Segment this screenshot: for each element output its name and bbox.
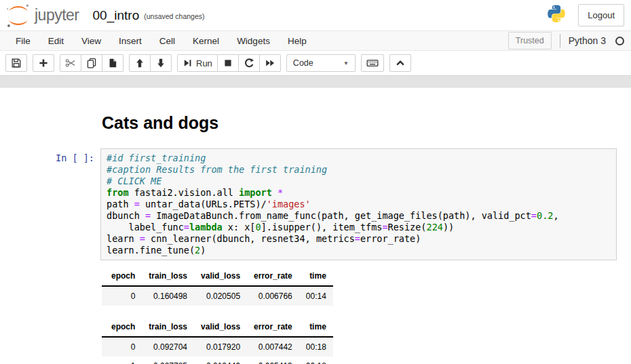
caret-down-icon: ▼	[343, 60, 349, 66]
table-cell: 0.160498	[142, 286, 194, 306]
menu-item-help[interactable]: Help	[279, 36, 316, 46]
table-cell: 00:14	[299, 286, 333, 306]
cell-prompt: In [ ]:	[0, 148, 100, 260]
cell-type-value: Code	[293, 58, 313, 68]
save-button[interactable]	[5, 54, 27, 72]
menu-item-view[interactable]: View	[73, 36, 110, 46]
table-row: 00.0927040.0179200.00744200:18	[102, 337, 333, 357]
code-line: dbunch = ImageDataBunch.from_name_func(p…	[107, 210, 611, 222]
table-cell: 0.012449	[194, 357, 247, 364]
column-header: time	[299, 268, 333, 286]
table-cell: 0.006766	[247, 286, 299, 306]
column-header: train_loss	[142, 319, 194, 337]
code-line: learn.fine_tune(2)	[107, 245, 611, 256]
fast-forward-icon	[265, 58, 275, 68]
scroll-up-button[interactable]	[389, 54, 411, 72]
table-cell: 0.027785	[142, 357, 194, 364]
save-icon	[11, 58, 22, 68]
training-table-1: epochtrain_lossvalid_losserror_ratetime0…	[102, 268, 333, 306]
code-line: learn = cnn_learner(dbunch, resnet34, me…	[107, 233, 611, 245]
run-button[interactable]: Run	[177, 54, 218, 72]
menu-item-file[interactable]: File	[7, 36, 39, 46]
code-line: from fastai2.vision.all import *	[107, 187, 611, 199]
menu-item-kernel[interactable]: Kernel	[184, 36, 228, 46]
paste-button[interactable]	[102, 54, 123, 72]
plus-icon	[38, 58, 49, 68]
code-area[interactable]: #id first_training#caption Results from …	[100, 148, 617, 260]
stop-icon	[223, 58, 233, 68]
notebook-area: Cats and dogs In [ ]: #id first_training…	[0, 88, 631, 364]
cell-outputs: epochtrain_lossvalid_losserror_ratetime0…	[102, 268, 631, 364]
menubar: FileEditViewInsertCellKernelWidgetsHelp …	[0, 31, 631, 51]
code-line: #id first_training	[107, 153, 611, 164]
code-cell[interactable]: In [ ]: #id first_training#caption Resul…	[0, 148, 631, 260]
table-cell: 0.007442	[247, 337, 299, 357]
table-cell: 0.017920	[194, 337, 247, 357]
arrow-up-icon	[134, 58, 145, 68]
jupyter-logo[interactable]: jupyter	[5, 3, 79, 28]
copy-icon	[86, 58, 97, 68]
code-line: path = untar_data(URLs.PETS)/'images'	[107, 199, 611, 210]
run-icon	[183, 58, 193, 68]
jupyter-logo-icon	[5, 3, 31, 28]
restart-kernel-button[interactable]	[239, 54, 260, 72]
table-row: 10.0277850.0124490.00541300:18	[102, 357, 333, 364]
table-cell: 1	[102, 357, 142, 364]
kernel-name: Python 3	[569, 35, 606, 46]
table-cell: 0.092704	[142, 337, 194, 357]
menubar-items: FileEditViewInsertCellKernelWidgetsHelp	[7, 36, 316, 46]
restart-run-all-button[interactable]	[260, 54, 281, 72]
column-header: error_rate	[247, 319, 299, 337]
trusted-badge[interactable]: Trusted	[508, 32, 552, 49]
notebook-title[interactable]: 00_intro	[93, 8, 140, 23]
column-header: time	[299, 319, 333, 337]
column-header: valid_loss	[194, 319, 247, 337]
keyboard-icon	[366, 58, 379, 68]
checkpoint-status: (unsaved changes)	[144, 10, 204, 20]
cut-button[interactable]	[60, 54, 81, 72]
column-header: epoch	[102, 319, 142, 337]
jupyter-wordmark: jupyter	[35, 6, 79, 24]
page-background-band	[0, 75, 631, 88]
logout-button[interactable]: Logout	[578, 4, 624, 26]
table-cell: 0	[102, 337, 142, 357]
cell-type-select[interactable]: Code ▼	[286, 54, 356, 72]
arrow-down-icon	[155, 58, 166, 68]
table-cell: 00:18	[299, 337, 333, 357]
code-line: label_func=lambda x: x[0].isupper(), ite…	[107, 222, 611, 233]
menu-item-widgets[interactable]: Widgets	[228, 36, 279, 46]
move-cell-down-button[interactable]	[151, 54, 172, 72]
toolbar: Run Code ▼	[0, 51, 631, 75]
command-palette-button[interactable]	[361, 54, 384, 72]
move-cell-up-button[interactable]	[129, 54, 151, 72]
code-line: # CLICK ME	[107, 176, 611, 187]
column-header: error_rate	[247, 268, 299, 286]
menu-item-cell[interactable]: Cell	[151, 36, 184, 46]
menu-item-insert[interactable]: Insert	[110, 36, 151, 46]
restart-icon	[244, 58, 254, 68]
table-cell: 0	[102, 286, 142, 306]
insert-cell-button[interactable]	[33, 54, 54, 72]
chevron-up-icon	[395, 58, 406, 68]
column-header: epoch	[102, 268, 142, 286]
scissors-icon	[65, 58, 76, 68]
python-logo-icon	[546, 5, 567, 26]
table-row: 00.1604980.0205050.00676600:14	[102, 286, 333, 306]
notebook-header: jupyter 00_intro (unsaved changes) Logou…	[0, 0, 631, 31]
paste-icon	[107, 58, 118, 68]
table-cell: 0.020505	[194, 286, 247, 306]
kernel-idle-icon	[615, 37, 624, 45]
column-header: valid_loss	[194, 268, 247, 286]
markdown-heading: Cats and dogs	[102, 113, 631, 133]
table-cell: 00:18	[299, 357, 333, 364]
interrupt-kernel-button[interactable]	[218, 54, 239, 72]
column-header: train_loss	[142, 268, 194, 286]
kernel-divider	[560, 34, 560, 47]
menu-item-edit[interactable]: Edit	[39, 36, 73, 46]
code-line: #caption Results from the first training	[107, 164, 611, 176]
training-table-2: epochtrain_lossvalid_losserror_ratetime0…	[102, 319, 333, 364]
table-cell: 0.005413	[247, 357, 299, 364]
copy-button[interactable]	[81, 54, 102, 72]
run-button-label: Run	[196, 58, 212, 68]
